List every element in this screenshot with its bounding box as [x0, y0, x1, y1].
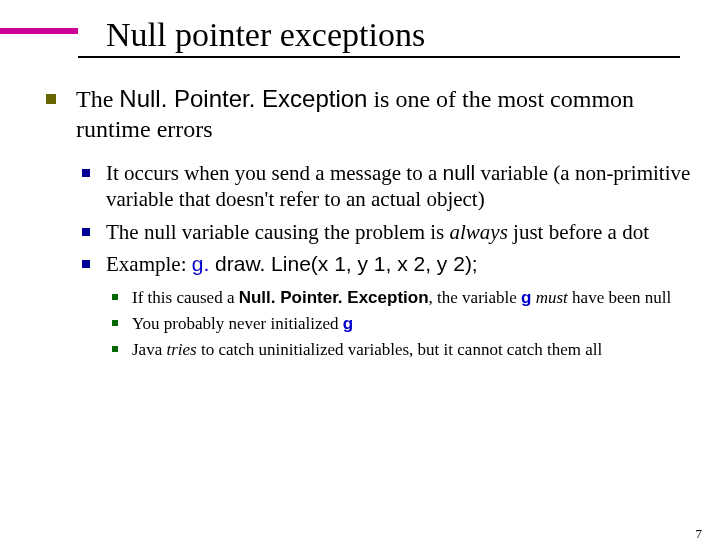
- text: You probably never initialized: [132, 314, 343, 333]
- code-text: Null. Pointer. Exception: [239, 288, 429, 307]
- text: It occurs when you send a message to a: [106, 161, 442, 185]
- list-item: The Null. Pointer. Exception is one of t…: [38, 84, 692, 361]
- list-item: Java tries to catch uninitialized variab…: [106, 339, 692, 361]
- code-call: draw. Line(x 1, y 1, x 2, y 2);: [215, 252, 478, 275]
- code-var: g: [343, 314, 353, 333]
- bullet-list-lvl1: The Null. Pointer. Exception is one of t…: [38, 84, 692, 361]
- list-item: You probably never initialized g: [106, 313, 692, 335]
- text: If this caused a: [132, 288, 239, 307]
- text: Java: [132, 340, 166, 359]
- emphasis-text: must: [531, 288, 567, 307]
- title-underline: [78, 56, 680, 58]
- slide-body: The Null. Pointer. Exception is one of t…: [0, 84, 720, 361]
- bullet-list-lvl3: If this caused a Null. Pointer. Exceptio…: [106, 287, 692, 361]
- text: have been null: [568, 288, 671, 307]
- list-item: The null variable causing the problem is…: [76, 219, 692, 245]
- emphasis-text: tries: [166, 340, 196, 359]
- slide: Null pointer exceptions The Null. Pointe…: [0, 14, 720, 540]
- emphasis-text: always: [450, 220, 508, 244]
- text: to catch uninitialized variables, but it…: [197, 340, 603, 359]
- accent-bar: [0, 28, 78, 34]
- text: , the variable: [429, 288, 522, 307]
- page-number: 7: [696, 526, 703, 540]
- bullet-list-lvl2: It occurs when you send a message to a n…: [76, 160, 692, 361]
- code-var: g: [521, 288, 531, 307]
- title-accent: [0, 28, 78, 40]
- code-text: null: [442, 161, 475, 184]
- slide-title: Null pointer exceptions: [106, 16, 425, 54]
- list-item: It occurs when you send a message to a n…: [76, 160, 692, 213]
- title-bar: Null pointer exceptions: [0, 14, 720, 54]
- list-item: If this caused a Null. Pointer. Exceptio…: [106, 287, 692, 309]
- text: Example:: [106, 252, 192, 276]
- code-text: Null. Pointer. Exception: [119, 85, 367, 112]
- text: The: [76, 86, 119, 112]
- text: just before a dot: [508, 220, 649, 244]
- text: The null variable causing the problem is: [106, 220, 450, 244]
- code-object: g.: [192, 252, 215, 275]
- list-item: Example: g. draw. Line(x 1, y 1, x 2, y …: [76, 251, 692, 362]
